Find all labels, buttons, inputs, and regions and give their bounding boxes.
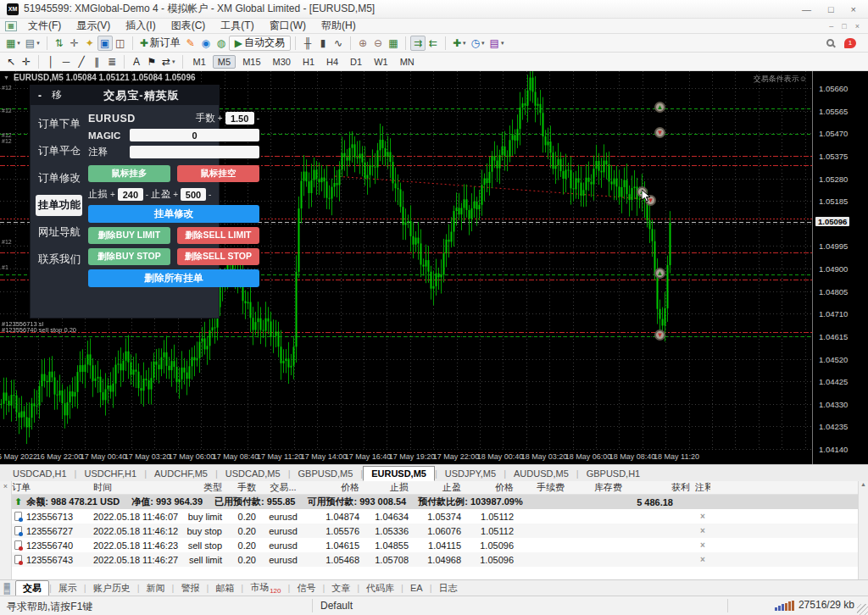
- column-header-0[interactable]: 订单: [12, 481, 93, 494]
- metaeditor-button[interactable]: ✎: [183, 36, 198, 51]
- lots-input[interactable]: [225, 112, 254, 125]
- column-header-4[interactable]: 交易...: [261, 481, 310, 494]
- resize-grip[interactable]: [857, 604, 868, 615]
- menu-window[interactable]: 窗口(W): [262, 19, 314, 32]
- terminal-tab-1[interactable]: 展示: [52, 581, 84, 596]
- new-chart-button[interactable]: ▦▾: [3, 36, 23, 51]
- order-marker-buy-stop[interactable]: ▲: [654, 102, 665, 113]
- tp-plus-button[interactable]: +: [173, 190, 178, 199]
- column-header-12[interactable]: 注释: [695, 481, 710, 494]
- terminal-tab-2[interactable]: 账户历史: [86, 581, 137, 596]
- status-template[interactable]: Default: [320, 600, 353, 612]
- chart-tab-gbpusd-h1[interactable]: GBPUSD,H1: [579, 467, 648, 480]
- panel-menu-item-2[interactable]: 订单修改: [36, 168, 82, 189]
- menu-tools[interactable]: 工具(T): [213, 19, 261, 32]
- timeframe-m15[interactable]: M15: [237, 55, 265, 69]
- chart-tab-gbpusd-m5[interactable]: GBPUSD,M5: [291, 467, 361, 480]
- terminal-tab-3[interactable]: 新闻: [140, 581, 172, 596]
- terminal-tab-11[interactable]: 日志: [432, 581, 465, 596]
- community-button[interactable]: ◉: [198, 36, 214, 51]
- collapse-icon[interactable]: ▼: [3, 75, 9, 80]
- tp-input[interactable]: [181, 188, 206, 201]
- timeframe-h4[interactable]: H4: [321, 55, 343, 69]
- terminal-tab-7[interactable]: 信号: [290, 581, 322, 596]
- fibonacci-button[interactable]: ≣: [104, 54, 120, 69]
- chart-tab-usdcad-h1[interactable]: USDCAD,H1: [5, 467, 75, 480]
- profiles-button[interactable]: ▤▾: [23, 36, 42, 51]
- menu-insert[interactable]: 插入(I): [118, 19, 163, 32]
- magic-input[interactable]: [130, 129, 259, 141]
- column-header-1[interactable]: 时间: [93, 481, 181, 494]
- terminal-tab-6[interactable]: 市场120: [243, 580, 287, 596]
- terminal-tab-0[interactable]: 交易: [15, 580, 49, 596]
- mouse-buy-pending-button[interactable]: 鼠标挂多: [88, 165, 170, 182]
- timeframe-m1[interactable]: M1: [188, 55, 211, 69]
- chart-tab-usdchf-h1[interactable]: USDCHF,H1: [76, 467, 144, 480]
- auto-scroll-button[interactable]: ⇉: [410, 36, 426, 51]
- child-minimize-button[interactable]: –: [829, 22, 833, 30]
- sl-plus-button[interactable]: +: [110, 190, 115, 199]
- order-marker-sell-limit[interactable]: ▼: [654, 127, 665, 138]
- vertical-line-button[interactable]: │: [43, 54, 58, 69]
- tile-windows-button[interactable]: ▦: [386, 36, 401, 51]
- autotrading-button[interactable]: ▶自动交易: [229, 36, 291, 51]
- column-header-9[interactable]: 手续费: [519, 481, 570, 494]
- column-header-8[interactable]: 价格: [466, 481, 519, 494]
- panel-menu-item-5[interactable]: 联系我们: [36, 249, 82, 270]
- chart-shift-button[interactable]: ⇇: [426, 36, 441, 51]
- column-header-10[interactable]: 库存费: [570, 481, 627, 494]
- column-header-7[interactable]: 止盈: [414, 481, 466, 494]
- close-order-button[interactable]: ×: [695, 526, 710, 535]
- tp-minus-button[interactable]: -: [209, 190, 211, 199]
- panel-move-button[interactable]: 移: [52, 88, 62, 102]
- mouse-sell-pending-button[interactable]: 鼠标挂空: [177, 165, 259, 182]
- candlestick-button[interactable]: ▮: [315, 36, 331, 51]
- channel-button[interactable]: ∥: [89, 54, 104, 69]
- order-row-123556743[interactable]: 1235567432022.05.18 11:46:27sell limit0.…: [12, 552, 858, 567]
- arrows-button[interactable]: ⇄▾: [159, 54, 178, 69]
- close-order-button[interactable]: ×: [695, 540, 710, 550]
- column-header-3[interactable]: 手数: [227, 481, 261, 494]
- panel-menu-item-0[interactable]: 订单下单: [36, 114, 82, 135]
- chart-tab-audusd-m5[interactable]: AUDUSD,M5: [506, 467, 576, 480]
- menu-charts[interactable]: 图表(C): [164, 19, 214, 32]
- minimize-button[interactable]: —: [802, 4, 811, 14]
- comment-input[interactable]: [130, 146, 259, 158]
- trendline-button[interactable]: ╱: [74, 54, 89, 69]
- child-close-button[interactable]: ×: [855, 22, 860, 30]
- terminal-close-button[interactable]: ×: [0, 481, 11, 491]
- menu-file[interactable]: 文件(F): [20, 19, 69, 32]
- timeframe-mn[interactable]: MN: [395, 55, 420, 69]
- delete-all-pending-button[interactable]: 删除所有挂单: [88, 269, 259, 287]
- column-header-11[interactable]: 获利: [627, 481, 695, 494]
- order-row-123556727[interactable]: 1235567272022.05.18 11:46:12buy stop0.20…: [12, 524, 858, 538]
- indicators-button[interactable]: ✚▾: [450, 36, 469, 51]
- data-window-button[interactable]: ✛: [67, 36, 82, 51]
- column-header-6[interactable]: 止损: [364, 481, 414, 494]
- panel-menu-item-3[interactable]: 挂单功能: [36, 195, 82, 216]
- label-button[interactable]: ⚑: [144, 54, 159, 69]
- panel-menu-item-1[interactable]: 订单平仓: [36, 141, 82, 162]
- zoom-out-button[interactable]: ⊖: [370, 36, 386, 51]
- menu-help[interactable]: 帮助(H): [314, 19, 364, 32]
- periods-button[interactable]: ◷▾: [469, 36, 487, 51]
- terminal-tab-9[interactable]: 代码库: [359, 581, 401, 596]
- cursor-button[interactable]: ↖: [3, 54, 19, 69]
- close-button[interactable]: ×: [851, 4, 856, 14]
- menu-view[interactable]: 显示(V): [69, 19, 118, 32]
- navigator-button[interactable]: ✦: [82, 36, 97, 51]
- chart-tab-usdjpy-m5[interactable]: USDJPY,M5: [437, 467, 504, 480]
- terminal-tab-10[interactable]: EA: [403, 582, 430, 594]
- bar-chart-button[interactable]: ╫: [300, 36, 315, 51]
- new-order-button[interactable]: ✚新订单: [137, 36, 183, 51]
- close-order-button[interactable]: ×: [695, 555, 710, 564]
- market-watch-button[interactable]: ⇅: [52, 36, 67, 51]
- terminal-button[interactable]: ▣: [97, 36, 113, 51]
- timeframe-h1[interactable]: H1: [298, 55, 320, 69]
- search-icon[interactable]: [826, 39, 834, 47]
- timeframe-d1[interactable]: D1: [345, 55, 367, 69]
- order-row-123556740[interactable]: 1235567402022.05.18 11:46:23sell stop0.2…: [12, 538, 858, 552]
- panel-minimize-button[interactable]: -: [38, 90, 42, 102]
- strategy-tester-button[interactable]: ◫: [113, 36, 128, 51]
- chart-tab-usdcad-m5[interactable]: USDCAD,M5: [218, 467, 288, 480]
